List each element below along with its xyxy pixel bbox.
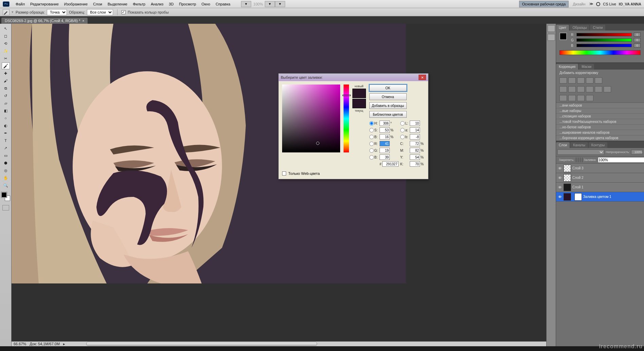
path-select-tool[interactable]: ↗ <box>2 145 10 151</box>
posterize-icon[interactable] <box>559 95 567 101</box>
horizontal-scrollbar[interactable] <box>39 341 546 346</box>
tab-styles[interactable]: Стили <box>590 25 605 31</box>
close-icon[interactable]: × <box>82 19 85 23</box>
layer-thumbnail[interactable] <box>564 165 571 172</box>
lock-position-icon[interactable] <box>580 158 581 162</box>
lab-b-input[interactable] <box>410 134 420 140</box>
tab-adjustments[interactable]: Коррекция <box>556 64 578 70</box>
zoom-tool[interactable]: 🔍 <box>2 182 10 189</box>
layer-row[interactable]: 👁 Слой 2 <box>556 173 644 183</box>
exposure-icon[interactable] <box>586 77 593 84</box>
eyedropper-preview-icon[interactable] <box>3 9 10 15</box>
crop-tool[interactable]: ✂ <box>2 55 10 62</box>
current-color-preview[interactable] <box>352 99 366 108</box>
history-brush-tool[interactable]: ↺ <box>2 92 10 99</box>
actions-dock-icon[interactable] <box>548 34 555 41</box>
cslive-label[interactable]: CS Live <box>603 2 616 6</box>
layer-thumbnail[interactable] <box>564 174 571 182</box>
blur-tool[interactable]: ○ <box>2 115 10 122</box>
menu-layers[interactable]: Слои <box>90 1 105 7</box>
ok-button[interactable]: OK <box>369 85 407 91</box>
rgb-b-input[interactable] <box>380 154 390 160</box>
eraser-tool[interactable]: ▱ <box>2 100 10 107</box>
hue-marker[interactable] <box>343 95 351 96</box>
history-dock-icon[interactable] <box>548 25 555 32</box>
list-item[interactable]: ...вые наборы <box>556 108 644 114</box>
m-input[interactable] <box>410 148 420 153</box>
layer-name[interactable]: Слой 2 <box>572 176 584 180</box>
menu-image[interactable]: Изображение <box>61 1 90 7</box>
list-item[interactable]: ...вни наборов <box>556 103 644 108</box>
design-workspace-label[interactable]: Дизайн <box>571 1 587 7</box>
lock-all-icon[interactable] <box>582 158 583 162</box>
list-item[interactable]: ...спозиция наборов <box>556 114 644 119</box>
tab-layers[interactable]: Слои <box>556 142 570 148</box>
tab-swatches[interactable]: Образцы <box>570 25 589 31</box>
layer-name[interactable]: Слой 3 <box>572 166 584 170</box>
l-input[interactable] <box>410 121 420 126</box>
k-input[interactable] <box>410 161 420 167</box>
dodge-tool[interactable]: ◐ <box>2 122 10 129</box>
selectivecolor-icon[interactable] <box>586 95 593 101</box>
h-radio[interactable] <box>369 121 374 126</box>
cancel-button[interactable]: Отмена <box>369 93 407 100</box>
dialog-titlebar[interactable]: Выберите цвет заливки: ✕ <box>279 74 428 81</box>
g-slider[interactable] <box>576 38 632 42</box>
menu-view[interactable]: Просмотр <box>176 1 199 7</box>
list-item[interactable]: ...товой тон/Насыщенность наборов <box>556 119 644 125</box>
menu-3d[interactable]: 3D <box>166 1 176 7</box>
channelmixer-icon[interactable] <box>595 86 602 92</box>
add-swatch-button[interactable]: Добавить в образцы <box>369 102 407 109</box>
r-slider[interactable] <box>576 33 632 36</box>
cslive-icon[interactable] <box>596 2 600 6</box>
invert-icon[interactable] <box>604 86 611 92</box>
more-icon[interactable]: ≫ <box>589 2 593 6</box>
status-chevron-icon[interactable]: ▸ <box>63 342 65 346</box>
colorbalance-icon[interactable] <box>568 86 576 92</box>
a-radio[interactable] <box>400 128 405 132</box>
3d-camera-tool[interactable]: ◎ <box>2 167 10 174</box>
menu-filter[interactable]: Фильтр <box>130 1 148 7</box>
eyedropper-tool[interactable] <box>2 62 10 69</box>
document-tab[interactable]: DSC08269-2.jpg @ 66,7% (Слой 4, RGB/8) *… <box>1 18 88 24</box>
pen-tool[interactable]: ✒ <box>2 130 10 136</box>
lock-pixels-icon[interactable] <box>578 158 578 162</box>
r-radio[interactable] <box>369 142 374 146</box>
g-value[interactable]: 0 <box>634 38 641 42</box>
s-input[interactable] <box>380 127 390 133</box>
sample-size-select[interactable]: Точка <box>47 9 67 15</box>
screen-mode-dropdown[interactable]: ▾ <box>265 1 275 7</box>
foreground-color-swatch[interactable] <box>1 192 7 198</box>
menu-select[interactable]: Выделение <box>105 1 130 7</box>
tab-paths[interactable]: Контуры <box>589 142 607 148</box>
visibility-icon[interactable]: 👁 <box>557 176 562 180</box>
s-radio[interactable] <box>369 128 374 132</box>
color-field[interactable] <box>282 85 340 152</box>
y-input[interactable] <box>410 154 420 160</box>
visibility-icon[interactable]: 👁 <box>557 185 562 190</box>
hex-input[interactable] <box>382 161 399 167</box>
threshold-icon[interactable] <box>568 95 576 101</box>
gradientmap-icon[interactable] <box>577 95 585 101</box>
layer-mask-thumbnail[interactable] <box>574 193 582 201</box>
layer-row[interactable]: 👁 Слой 3 <box>556 164 644 173</box>
r-value[interactable]: 0 <box>634 33 641 37</box>
quickmask-toggle[interactable] <box>2 205 9 210</box>
r-input[interactable] <box>380 141 390 146</box>
c-input[interactable] <box>410 141 420 146</box>
list-item[interactable]: ...кширование каналов наборов <box>556 130 644 135</box>
hue-slider[interactable] <box>344 85 349 152</box>
tab-channels[interactable]: Каналы <box>570 142 588 148</box>
foreground-swatch[interactable] <box>559 33 567 40</box>
menu-edit[interactable]: Редактирование <box>27 1 61 7</box>
lasso-tool[interactable]: ⟲ <box>2 40 10 47</box>
visibility-icon[interactable]: 👁 <box>557 195 562 199</box>
layer-row[interactable]: 👁 Заливка цветом 1 <box>556 192 644 202</box>
menu-window[interactable]: Окно <box>199 1 213 7</box>
marquee-tool[interactable]: ◻ <box>2 33 10 39</box>
shape-tool[interactable]: ▭ <box>2 152 10 159</box>
layer-name[interactable]: Слой 1 <box>572 185 584 189</box>
web-only-checkbox[interactable] <box>282 171 286 176</box>
tab-masks[interactable]: Маски <box>579 64 594 70</box>
l-radio[interactable] <box>400 121 405 126</box>
